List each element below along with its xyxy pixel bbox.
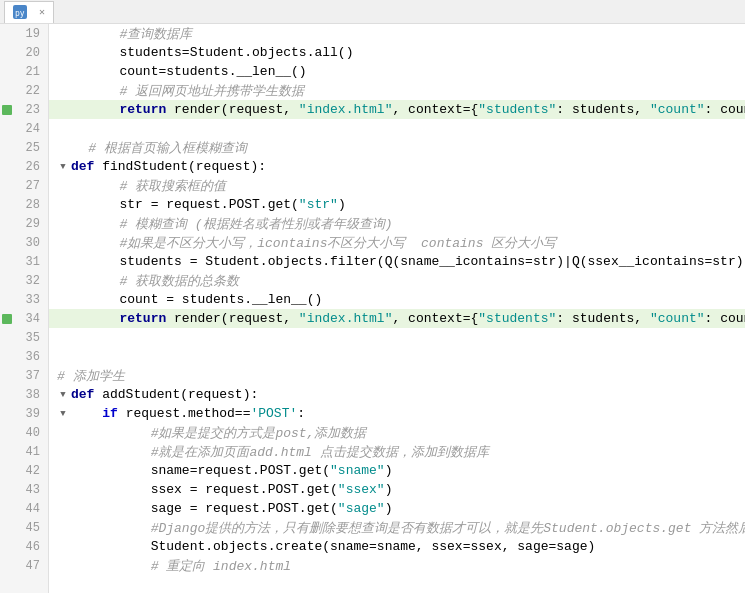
code-line bbox=[49, 328, 745, 347]
code-token: #如果是提交的方式是post,添加数据 bbox=[151, 424, 367, 442]
code-token: # 获取数据的总条数 bbox=[119, 272, 239, 290]
line-number: 22 bbox=[14, 84, 48, 98]
code-line: return render(request, "index.html", con… bbox=[49, 309, 745, 328]
code-token: "count" bbox=[650, 311, 705, 326]
indent-space bbox=[57, 425, 151, 440]
code-token: : students, bbox=[556, 311, 650, 326]
code-token: "students" bbox=[478, 102, 556, 117]
code-line: # 获取搜索框的值 bbox=[49, 176, 745, 195]
code-token: 'POST' bbox=[250, 406, 297, 421]
gutter-row: 35 bbox=[0, 328, 48, 347]
line-number: 47 bbox=[14, 559, 48, 573]
line-number: 38 bbox=[14, 388, 48, 402]
indent-space bbox=[57, 26, 119, 41]
code-line bbox=[49, 347, 745, 366]
code-token: #查询数据库 bbox=[119, 25, 192, 43]
line-number: 36 bbox=[14, 350, 48, 364]
code-token: # 根据首页输入框模糊查询 bbox=[88, 139, 247, 157]
code-token: , context={ bbox=[392, 311, 478, 326]
indent-space bbox=[71, 406, 102, 421]
code-token: : bbox=[297, 406, 305, 421]
code-token: # 模糊查询 (根据姓名或者性别或者年级查询) bbox=[119, 215, 392, 233]
code-line: #如果是不区分大小写，icontains不区分大小写 contains 区分大小… bbox=[49, 233, 745, 252]
code-line: count=students.__len__() bbox=[49, 62, 745, 81]
code-line: str = request.POST.get("str") bbox=[49, 195, 745, 214]
code-token: Student.objects.create(sname=sname, ssex… bbox=[151, 539, 596, 554]
indent-space bbox=[57, 197, 119, 212]
indent-space bbox=[57, 311, 119, 326]
gutter-row: 45 bbox=[0, 518, 48, 537]
code-line: students=Student.objects.all() bbox=[49, 43, 745, 62]
indent-space bbox=[57, 64, 119, 79]
line-number: 27 bbox=[14, 179, 48, 193]
code-line: # 获取数据的总条数 bbox=[49, 271, 745, 290]
line-number: 20 bbox=[14, 46, 48, 60]
code-line: count = students.__len__() bbox=[49, 290, 745, 309]
python-file-icon: py bbox=[13, 5, 27, 19]
line-number: 31 bbox=[14, 255, 48, 269]
code-token: findStudent(request): bbox=[94, 159, 266, 174]
code-token: "ssex" bbox=[338, 482, 385, 497]
code-line: ▼ if request.method=='POST': bbox=[49, 404, 745, 423]
indent-space bbox=[57, 216, 119, 231]
code-token: ) bbox=[385, 482, 393, 497]
code-token: ) bbox=[338, 197, 346, 212]
gutter-row: 37 bbox=[0, 366, 48, 385]
fold-icon[interactable]: ▼ bbox=[57, 408, 69, 420]
gutter-row: 46 bbox=[0, 537, 48, 556]
code-line: # 添加学生 bbox=[49, 366, 745, 385]
line-number: 32 bbox=[14, 274, 48, 288]
gutter-row: 33 bbox=[0, 290, 48, 309]
gutter-row: 44 bbox=[0, 499, 48, 518]
code-line: ssex = request.POST.get("ssex") bbox=[49, 480, 745, 499]
code-line: # 根据首页输入框模糊查询 bbox=[49, 138, 745, 157]
gutter-row: 25 bbox=[0, 138, 48, 157]
gutter-row: 42 bbox=[0, 461, 48, 480]
indent-space bbox=[57, 444, 151, 459]
file-tab[interactable]: py ✕ bbox=[4, 1, 54, 23]
fold-icon[interactable]: ▼ bbox=[57, 161, 69, 173]
line-number: 26 bbox=[14, 160, 48, 174]
line-number: 23 bbox=[14, 103, 48, 117]
code-token: return bbox=[119, 102, 166, 117]
line-number: 41 bbox=[14, 445, 48, 459]
code-token: #如果是不区分大小写，icontains不区分大小写 contains 区分大小… bbox=[119, 234, 556, 252]
gutter-row: 30 bbox=[0, 233, 48, 252]
gutter-row: 22 bbox=[0, 81, 48, 100]
gutter-row: 39 bbox=[0, 404, 48, 423]
code-token: ) bbox=[385, 463, 393, 478]
line-number: 44 bbox=[14, 502, 48, 516]
tab-close-icon[interactable]: ✕ bbox=[39, 6, 45, 18]
gutter-row: 24 bbox=[0, 119, 48, 138]
line-number: 42 bbox=[14, 464, 48, 478]
line-number: 46 bbox=[14, 540, 48, 554]
fold-icon[interactable]: ▼ bbox=[57, 389, 69, 401]
code-token: sage = request.POST.get( bbox=[151, 501, 338, 516]
line-number: 40 bbox=[14, 426, 48, 440]
line-number: 34 bbox=[14, 312, 48, 326]
code-area[interactable]: #查询数据库 students=Student.objects.all() co… bbox=[49, 24, 745, 593]
code-token: # 返回网页地址并携带学生数据 bbox=[119, 82, 304, 100]
code-token: students=Student.objects.all() bbox=[119, 45, 353, 60]
indent-space bbox=[57, 178, 119, 193]
tab-bar: py ✕ bbox=[0, 0, 745, 24]
indent-space bbox=[57, 273, 119, 288]
code-line: ▼def findStudent(request): bbox=[49, 157, 745, 176]
code-token: "sname" bbox=[330, 463, 385, 478]
code-token: count=students.__len__() bbox=[119, 64, 306, 79]
indent-space bbox=[57, 463, 151, 478]
gutter-row: 31 bbox=[0, 252, 48, 271]
indent-space bbox=[57, 482, 151, 497]
code-token: , context={ bbox=[392, 102, 478, 117]
code-token: #就是在添加页面add.html 点击提交数据，添加到数据库 bbox=[151, 443, 489, 461]
code-token: ) bbox=[385, 501, 393, 516]
indent-space bbox=[57, 83, 119, 98]
code-line: sage = request.POST.get("sage") bbox=[49, 499, 745, 518]
editor: 1920212223242526272829303132333435363738… bbox=[0, 24, 745, 593]
indent-space bbox=[57, 140, 88, 155]
line-indicator bbox=[0, 105, 14, 115]
line-number: 21 bbox=[14, 65, 48, 79]
gutter-row: 28 bbox=[0, 195, 48, 214]
code-token: "students" bbox=[478, 311, 556, 326]
code-token: count = students.__len__() bbox=[119, 292, 322, 307]
